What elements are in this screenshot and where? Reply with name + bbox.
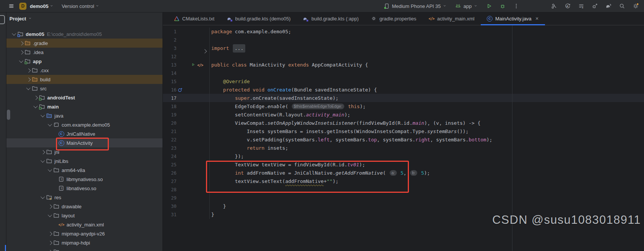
tree-item-jnilibs[interactable]: jniLibs bbox=[6, 156, 163, 166]
code-line-27[interactable]: 27 textView.setText(addFromNative+""); bbox=[163, 177, 644, 186]
tree-item-mainactivity[interactable]: CMainActivity bbox=[6, 138, 163, 147]
settings-icon[interactable] bbox=[631, 2, 640, 11]
chevron-right-icon[interactable] bbox=[46, 205, 53, 208]
project-panel-header[interactable]: Project bbox=[6, 12, 163, 25]
chevron-down-icon[interactable] bbox=[39, 196, 46, 199]
code-text[interactable]: } bbox=[210, 202, 226, 211]
code-line-21[interactable]: 21 Insets systemBars = insets.getInsets(… bbox=[163, 127, 644, 136]
chevron-down-icon[interactable] bbox=[32, 105, 39, 108]
code-text[interactable]: protected void onCreate(Bundle savedInst… bbox=[210, 86, 377, 94]
profiler-icon[interactable] bbox=[590, 2, 599, 11]
code-line-2[interactable]: 2 bbox=[163, 36, 644, 44]
code-line-29[interactable]: 29 bbox=[163, 194, 644, 202]
tab-build-gradle-kts-demo05-[interactable]: build.gradle.kts (demo05) bbox=[220, 12, 297, 25]
tree-item-app[interactable]: app bbox=[6, 57, 163, 66]
code-text[interactable]: v.setPadding(systemBars.left, systemBars… bbox=[210, 136, 492, 144]
more-actions-icon[interactable] bbox=[512, 2, 521, 11]
code-text[interactable]: EdgeToEdge.enable( $this$enableEdgeToEdg… bbox=[210, 102, 366, 111]
code-line-25[interactable]: 25 TextView textView = findViewById(R.id… bbox=[163, 161, 644, 169]
code-text[interactable]: public class MainActivity extends AppCom… bbox=[210, 61, 368, 69]
code-text[interactable]: import ... bbox=[210, 44, 245, 53]
run-config-selector[interactable]: app bbox=[454, 2, 480, 10]
chevron-right-icon[interactable] bbox=[25, 78, 32, 81]
code-line-30[interactable]: 30 } bbox=[163, 202, 644, 211]
debug-button[interactable] bbox=[498, 2, 507, 11]
tab-gradle-properties[interactable]: gradle.properties bbox=[365, 12, 423, 25]
code-line-12[interactable]: 12 bbox=[163, 53, 644, 61]
tree-item-drawable[interactable]: drawable bbox=[6, 202, 163, 211]
tree-item-java[interactable]: java bbox=[6, 111, 163, 120]
build-variants-icon[interactable]: s bbox=[577, 2, 586, 11]
code-line-17[interactable]: 17 super.onCreate(savedInstanceState); bbox=[163, 94, 644, 102]
code-line-22[interactable]: 22 v.setPadding(systemBars.left, systemB… bbox=[163, 136, 644, 144]
code-text[interactable]: setContentView(R.layout.activity_main); bbox=[210, 111, 350, 119]
build-icon[interactable] bbox=[550, 2, 559, 11]
tab-activity-main-xml[interactable]: </>activity_main.xml bbox=[423, 12, 481, 25]
run-class-icon[interactable] bbox=[191, 63, 196, 67]
tree-item-androidtest[interactable]: androidTest bbox=[6, 93, 163, 102]
scrollbar-thumb[interactable] bbox=[7, 110, 10, 120]
code-tag-icon[interactable]: </> bbox=[197, 63, 203, 67]
code-text[interactable]: Insets systemBars = insets.getInsets(Win… bbox=[210, 127, 469, 136]
tree-item-libmynativeso-so[interactable]: ?libmynativeso.so bbox=[6, 175, 163, 184]
vcs-widget[interactable]: Version control bbox=[62, 3, 100, 9]
code-line-28[interactable]: 28 bbox=[163, 186, 644, 194]
chevron-right-icon[interactable] bbox=[32, 96, 39, 99]
chevron-down-icon[interactable] bbox=[46, 214, 53, 217]
code-text[interactable]: }); bbox=[210, 152, 244, 161]
code-line-3[interactable]: 3import ... bbox=[163, 44, 644, 53]
apply-changes-icon[interactable]: A bbox=[563, 2, 572, 11]
tree-item-layout[interactable]: layout bbox=[6, 211, 163, 220]
tree-item--cxx[interactable]: .cxx bbox=[6, 66, 163, 75]
tree-item-src[interactable]: src bbox=[6, 84, 163, 93]
code-text[interactable]: @Override bbox=[210, 77, 250, 86]
run-gutter-group[interactable]: </> bbox=[191, 63, 203, 67]
code-line-20[interactable]: 20 ViewCompat.setOnApplyWindowInsetsList… bbox=[163, 119, 644, 127]
chevron-right-icon[interactable] bbox=[39, 150, 46, 153]
overriding-method-icon[interactable] bbox=[178, 87, 183, 93]
tree-item-mipmap-anydpi-v26[interactable]: mipmap-anydpi-v26 bbox=[6, 229, 163, 238]
chevron-down-icon[interactable] bbox=[46, 123, 53, 126]
tree-item-mipmap-hdpi[interactable]: mipmap-hdpi bbox=[6, 238, 163, 247]
chevron-right-icon[interactable] bbox=[25, 69, 32, 72]
code-line-24[interactable]: 24 }); bbox=[163, 152, 644, 161]
tab-build-gradle-kts-app-[interactable]: build.gradle.kts (:app) bbox=[297, 12, 365, 25]
run-button[interactable] bbox=[485, 2, 494, 11]
chevron-down-icon[interactable] bbox=[39, 160, 46, 163]
tree-item--idea[interactable]: .idea bbox=[6, 48, 163, 57]
code-text[interactable]: textView.setText(addFromNative+""); bbox=[210, 177, 339, 186]
tree-item-activity-main-xml[interactable]: </>activity_main.xml bbox=[6, 220, 163, 229]
tree-item-com-example-demo05[interactable]: com.example.demo05 bbox=[6, 120, 163, 129]
chevron-right-icon[interactable] bbox=[46, 232, 53, 235]
menu-icon[interactable] bbox=[7, 2, 16, 11]
tree-item-demo05[interactable]: demo05E:\code_android\demo05 bbox=[6, 29, 163, 39]
project-tool-window-icon[interactable] bbox=[0, 15, 5, 24]
tree-item-jnicallnative[interactable]: CJniCallNative bbox=[6, 129, 163, 138]
code-line-15[interactable]: 15 @Override bbox=[163, 77, 644, 86]
chevron-down-icon[interactable] bbox=[39, 114, 46, 117]
tree-item-main[interactable]: main bbox=[6, 102, 163, 111]
code-text[interactable]: int addFromNative = JniCallNative.getAdd… bbox=[210, 169, 430, 177]
code-line-23[interactable]: 23 return insets; bbox=[163, 144, 644, 152]
tree-item-jni[interactable]: jni bbox=[6, 147, 163, 156]
code-text[interactable]: } bbox=[210, 211, 214, 219]
chevron-right-icon[interactable] bbox=[46, 241, 53, 244]
project-switcher[interactable]: demo05 bbox=[30, 3, 54, 9]
code-line-16[interactable]: 16 protected void onCreate(Bundle savedI… bbox=[163, 86, 644, 94]
chevron-down-icon[interactable] bbox=[46, 169, 53, 172]
tree-item-build[interactable]: build bbox=[6, 75, 163, 84]
code-text[interactable]: ViewCompat.setOnApplyWindowInsetsListene… bbox=[210, 119, 480, 127]
code-text[interactable]: TextView textView = findViewById(R.id.tv… bbox=[210, 161, 365, 169]
code-text[interactable]: package com.example.demo05; bbox=[210, 28, 291, 36]
project-avatar[interactable]: D bbox=[19, 3, 26, 10]
code-line-14[interactable]: 14 bbox=[163, 69, 644, 77]
code-line-13[interactable]: 13</>public class MainActivity extends A… bbox=[163, 61, 644, 69]
chevron-down-icon[interactable] bbox=[25, 87, 32, 90]
tab-cmakelists-txt[interactable]: CMakeLists.txt bbox=[167, 12, 220, 25]
chevron-right-icon[interactable] bbox=[18, 51, 25, 54]
chevron-down-icon[interactable] bbox=[11, 33, 17, 36]
tree-item--gradle[interactable]: .gradle bbox=[6, 39, 163, 48]
code-text[interactable]: super.onCreate(savedInstanceState); bbox=[210, 94, 339, 102]
device-selector[interactable]: Medium Phone API 35 bbox=[382, 2, 449, 10]
code-line-1[interactable]: 1package com.example.demo05; bbox=[163, 28, 644, 36]
